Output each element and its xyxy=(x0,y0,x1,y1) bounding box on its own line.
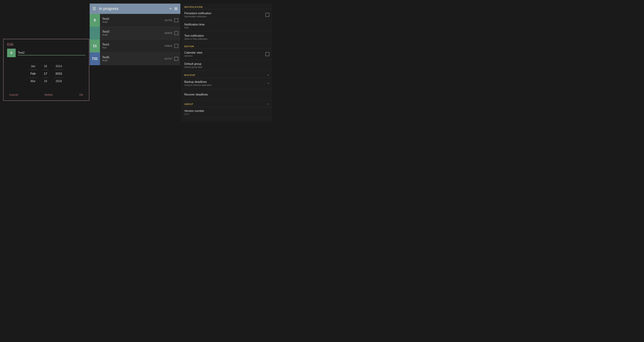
task-sub-test5: Test5 xyxy=(102,59,162,62)
task-badge-test2: 0 xyxy=(90,14,100,27)
month-column: Jan Feb Mar xyxy=(29,63,37,85)
backup-collapse-icon[interactable]: − xyxy=(267,73,269,77)
task-row[interactable]: 731 Test5 Test5 2/17/17 xyxy=(90,52,180,65)
year-2016[interactable]: 2016 xyxy=(54,78,63,85)
task-header: ☰ In progress + ⊞ xyxy=(90,4,180,14)
date-picker: Jan Feb Mar 16 17 18 2014 2015 2016 xyxy=(7,60,86,88)
default-group-subtitle: Default group label xyxy=(184,66,269,68)
backup-section-header: BACKUP − xyxy=(182,71,272,78)
persistent-notification-checkbox[interactable] xyxy=(266,13,269,17)
task-info-test5: Test5 Test5 xyxy=(100,56,164,62)
persistent-notification-item[interactable]: Persistent notification Dismissable noti… xyxy=(182,9,272,21)
task-badge-test5: 731 xyxy=(90,52,100,65)
task-header-title: In progress xyxy=(99,7,166,11)
month-jan[interactable]: Jan xyxy=(29,63,37,70)
test-notification-text: Test notification Show or hide notificat… xyxy=(184,34,269,40)
persistent-notification-subtitle: Dismissable notification xyxy=(184,15,266,18)
about-section-header: ABOUT − xyxy=(182,100,272,107)
version-number-subtitle: 3.2.3 xyxy=(184,113,269,115)
version-number-title: Version number xyxy=(184,109,269,113)
task-checkbox-test2[interactable] xyxy=(174,18,178,22)
cancel-button[interactable]: Cancel xyxy=(7,92,20,98)
backup-deadlines-dash: − xyxy=(268,82,269,85)
version-number-text: Version number 3.2.3 xyxy=(184,109,269,115)
settings-panel: NOTIFICATION Persistent notification Dis… xyxy=(182,4,272,122)
test-notification-item[interactable]: Test notification Show or hide notificat… xyxy=(182,32,272,43)
default-group-title: Default group xyxy=(184,62,269,66)
task-row[interactable]: Test3 Test3 2/24/15 xyxy=(90,27,180,40)
task-row[interactable]: 11 Test1 Test 2/28/15 xyxy=(90,40,180,52)
header-actions: + ⊞ xyxy=(169,7,178,11)
year-2014[interactable]: 2014 xyxy=(54,63,63,70)
task-badge-test1: 11 xyxy=(90,40,100,52)
backup-deadlines-subtitle: Using an external application xyxy=(184,84,268,86)
persistent-notification-title: Persistent notification xyxy=(184,12,266,15)
calendar-view-title: Calendar view xyxy=(184,51,266,54)
task-date-test3: 2/24/15 xyxy=(164,32,172,34)
about-collapse-icon[interactable]: − xyxy=(267,102,269,106)
task-info-test3: Test3 Test3 xyxy=(100,30,164,36)
task-sub-test2: Test2 xyxy=(102,21,162,23)
task-date-test1: 2/28/15 xyxy=(164,45,172,47)
default-group-item[interactable]: Default group Default group label xyxy=(182,60,272,71)
task-sub-test1: Test xyxy=(102,46,162,49)
task-name-test3: Test3 xyxy=(102,30,162,34)
calendar-view-text: Calendar view Spinners xyxy=(184,51,266,57)
dialog-buttons: Cancel Delete OK xyxy=(4,90,89,100)
backup-deadlines-title: Backup deadlines xyxy=(184,80,268,84)
calendar-view-item[interactable]: Calendar view Spinners xyxy=(182,49,272,60)
notification-time-title: Notification time xyxy=(184,23,269,26)
recover-deadlines-item[interactable]: Recover deadlines xyxy=(182,89,272,100)
add-task-icon[interactable]: + xyxy=(169,7,172,11)
task-info-test1: Test1 Test xyxy=(100,43,164,49)
day-16[interactable]: 16 xyxy=(42,63,48,70)
task-date-test5: 2/17/17 xyxy=(164,57,172,60)
delete-button[interactable]: Delete xyxy=(42,92,55,98)
edit-badge: 0 xyxy=(7,49,16,57)
day-18[interactable]: 18 xyxy=(42,78,48,85)
edit-dialog-title: Edit xyxy=(4,39,89,49)
about-section-label: ABOUT xyxy=(184,103,194,105)
notification-section-header: NOTIFICATION xyxy=(182,4,272,9)
edit-task-row: 0 xyxy=(7,49,86,57)
year-column: 2014 2015 2016 xyxy=(54,63,64,85)
task-name-test5: Test5 xyxy=(102,56,162,59)
backup-deadlines-item[interactable]: Backup deadlines Using an external appli… xyxy=(182,78,272,89)
test-notification-subtitle: Show or hide notification xyxy=(184,38,269,40)
editor-section-header: EDITOR xyxy=(182,43,272,49)
month-mar[interactable]: Mar xyxy=(29,78,37,85)
hamburger-icon[interactable]: ☰ xyxy=(92,7,96,11)
edit-dialog-body: 0 Jan Feb Mar 16 17 18 2014 2015 2016 xyxy=(4,49,89,90)
month-feb[interactable]: Feb xyxy=(29,70,37,78)
task-row[interactable]: 0 Test2 Test2 2/17/15 xyxy=(90,14,180,27)
task-info-test2: Test2 Test2 xyxy=(100,17,164,23)
persistent-notification-text: Persistent notification Dismissable noti… xyxy=(184,12,266,18)
task-checkbox-test5[interactable] xyxy=(174,57,178,61)
settings-icon[interactable]: ⊞ xyxy=(174,7,178,11)
backup-deadlines-text: Backup deadlines Using an external appli… xyxy=(184,80,268,86)
default-group-text: Default group Default group label xyxy=(184,62,269,68)
day-17[interactable]: 17 xyxy=(42,70,48,78)
recover-deadlines-title: Recover deadlines xyxy=(184,93,269,96)
version-number-item: Version number 3.2.3 xyxy=(182,107,272,118)
test-notification-title: Test notification xyxy=(184,34,269,37)
edit-name-input[interactable] xyxy=(18,50,86,55)
backup-section-label: BACKUP xyxy=(184,74,195,76)
recover-deadlines-text: Recover deadlines xyxy=(184,93,269,96)
calendar-view-checkbox[interactable] xyxy=(266,52,269,56)
task-checkbox-test3[interactable] xyxy=(174,31,178,35)
task-sub-test3: Test3 xyxy=(102,34,162,36)
edit-dialog: Edit 0 Jan Feb Mar 16 17 18 2014 2015 20… xyxy=(3,39,89,101)
task-badge-test3 xyxy=(90,27,100,40)
task-panel: ☰ In progress + ⊞ 0 Test2 Test2 2/17/15 … xyxy=(90,4,180,65)
task-date-test2: 2/17/15 xyxy=(164,19,172,22)
task-name-test2: Test2 xyxy=(102,17,162,21)
notification-time-subtitle: 8:00 xyxy=(184,27,269,29)
task-checkbox-test1[interactable] xyxy=(174,44,178,48)
notification-time-text: Notification time 8:00 xyxy=(184,23,269,29)
day-column: 16 17 18 xyxy=(42,63,48,85)
task-name-test1: Test1 xyxy=(102,43,162,46)
ok-button[interactable]: OK xyxy=(77,92,86,98)
year-2015[interactable]: 2015 xyxy=(54,70,64,78)
notification-time-item[interactable]: Notification time 8:00 xyxy=(182,21,272,32)
